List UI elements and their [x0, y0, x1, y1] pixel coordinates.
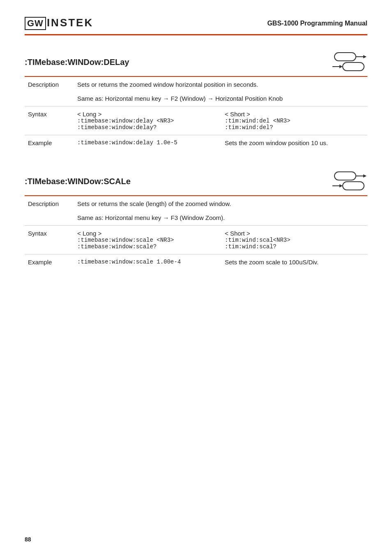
- row-syntax-delay: Syntax < Long > < Short > :timebase:wind…: [25, 106, 367, 135]
- svg-rect-0: [334, 53, 356, 61]
- syntax-long-2: :timebase:window:delay?: [77, 124, 217, 131]
- row-example-delay: Example :timebase:window:delay 1.0e-5 Se…: [25, 135, 367, 151]
- desc-scale-line-1: Sets or returns the scale (length) of th…: [77, 200, 364, 207]
- desc-line-2: Same as: Horizontal menu key → F2 (Windo…: [77, 95, 364, 102]
- example-command: :timebase:window:delay 1.0e-5: [77, 139, 217, 146]
- desc-line-1: Sets or returns the zoomed window horizo…: [77, 81, 364, 88]
- svg-rect-11: [343, 182, 364, 190]
- example-cols-delay: :timebase:window:delay 1.0e-5 Sets the z…: [77, 139, 364, 146]
- content-description-scale: Sets or returns the scale (length) of th…: [74, 196, 367, 226]
- content-description-delay: Sets or returns the zoomed window horizo…: [74, 77, 367, 106]
- long-header: < Long >: [77, 111, 217, 118]
- syntax-row-2-scale: :timebase:window:scale? :tim:wind:scal?: [77, 243, 364, 250]
- command-header-scale: :TIMebase:WINDow:SCALe: [25, 167, 367, 196]
- syntax-scale-long-2: :timebase:window:scale?: [77, 243, 217, 250]
- label-syntax: Syntax: [25, 106, 74, 135]
- row-example-scale: Example :timebase:window:scale 1.00e-4 S…: [25, 254, 367, 270]
- short-header-scale: < Short >: [225, 230, 364, 237]
- example-scale-command: :timebase:window:scale 1.00e-4: [77, 259, 217, 266]
- svg-marker-4: [339, 65, 343, 68]
- syntax-scale-short-2: :tim:wind:scal?: [225, 243, 364, 250]
- long-header-scale: < Long >: [77, 230, 217, 237]
- command-icon-scale: [330, 170, 367, 193]
- syntax-headers-scale: < Long > < Short >: [77, 230, 364, 237]
- table-scale: Description Sets or returns the scale (l…: [25, 196, 367, 270]
- svg-marker-2: [363, 55, 367, 58]
- page-number: 88: [25, 536, 31, 543]
- logo-instek: INSTEK: [47, 16, 93, 29]
- section-delay: :TIMebase:WINDow:DELay Description: [25, 48, 367, 150]
- syntax-short-1: :tim:wind:del <NR3>: [225, 118, 364, 124]
- syntax-scale-long-1: :timebase:window:scale <NR3>: [77, 237, 217, 243]
- command-title-delay: :TIMebase:WINDow:DELay: [25, 58, 129, 67]
- command-header-delay: :TIMebase:WINDow:DELay: [25, 48, 367, 77]
- row-description-scale: Description Sets or returns the scale (l…: [25, 196, 367, 226]
- content-example-scale: :timebase:window:scale 1.00e-4 Sets the …: [74, 254, 367, 270]
- spacer-1: [25, 155, 367, 167]
- syntax-long-1: :timebase:window:delay <NR3>: [77, 118, 217, 124]
- command-title-scale: :TIMebase:WINDow:SCALe: [25, 177, 131, 186]
- desc-scale-line-2: Same as: Horizontal menu key → F3 (Windo…: [77, 214, 364, 221]
- page: GWINSTEK GBS-1000 Programming Manual :TI…: [0, 0, 392, 555]
- content-syntax-delay: < Long > < Short > :timebase:window:dela…: [74, 106, 367, 135]
- logo-gw: GW: [25, 17, 46, 30]
- logo: GWINSTEK: [25, 16, 93, 30]
- syntax-row-2-delay: :timebase:window:delay? :tim:wind:del?: [77, 124, 364, 131]
- section-scale: :TIMebase:WINDow:SCALe Description Sets …: [25, 167, 367, 270]
- row-syntax-scale: Syntax < Long > < Short > :timebase:wind…: [25, 226, 367, 254]
- row-description-delay: Description Sets or returns the zoomed w…: [25, 77, 367, 106]
- syntax-row-1-scale: :timebase:window:scale <NR3> :tim:wind:s…: [77, 237, 364, 243]
- syntax-row-1-delay: :timebase:window:delay <NR3> :tim:wind:d…: [77, 118, 364, 124]
- page-header: GWINSTEK GBS-1000 Programming Manual: [25, 16, 367, 35]
- label-description: Description: [25, 77, 74, 106]
- label-example-scale: Example: [25, 254, 74, 270]
- label-syntax-scale: Syntax: [25, 226, 74, 254]
- syntax-headers-delay: < Long > < Short >: [77, 111, 364, 118]
- syntax-short-2: :tim:wind:del?: [225, 124, 364, 131]
- command-icon-delay: [330, 51, 367, 74]
- svg-marker-8: [363, 174, 367, 178]
- label-description-scale: Description: [25, 196, 74, 226]
- syntax-scale-short-1: :tim:wind:scal<NR3>: [225, 237, 364, 243]
- example-scale-desc: Sets the zoom scale to 100uS/Div.: [225, 259, 364, 266]
- svg-rect-6: [334, 172, 356, 180]
- content-syntax-scale: < Long > < Short > :timebase:window:scal…: [74, 226, 367, 254]
- document-title: GBS-1000 Programming Manual: [267, 20, 367, 27]
- svg-marker-10: [339, 184, 343, 187]
- example-cols-scale: :timebase:window:scale 1.00e-4 Sets the …: [77, 259, 364, 266]
- example-desc: Sets the zoom window position 10 us.: [225, 139, 364, 146]
- svg-rect-5: [343, 62, 364, 71]
- table-delay: Description Sets or returns the zoomed w…: [25, 77, 367, 150]
- short-header: < Short >: [225, 111, 364, 118]
- content-example-delay: :timebase:window:delay 1.0e-5 Sets the z…: [74, 135, 367, 151]
- label-example: Example: [25, 135, 74, 151]
